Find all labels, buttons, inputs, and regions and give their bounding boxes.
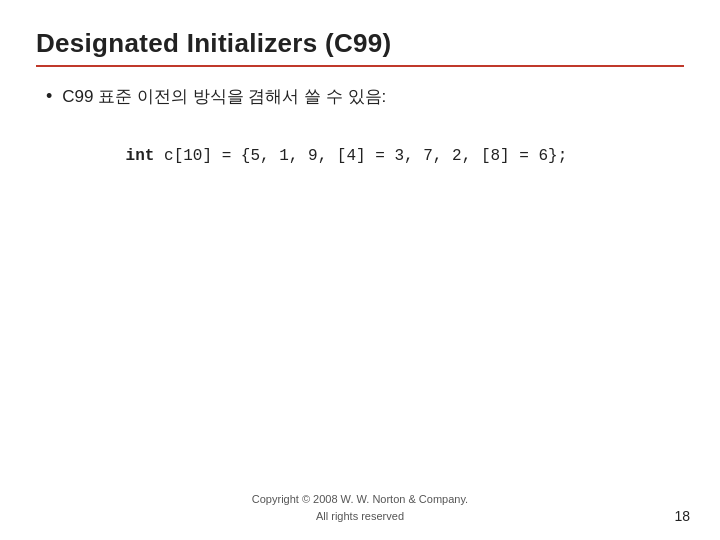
code-block: int c[10] = {5, 1, 9, [4] = 3, 7, 2, [8]… xyxy=(68,119,684,196)
footer-copyright: Copyright © 2008 W. W. Norton & Company.… xyxy=(252,491,468,524)
slide-title: Designated Initializers (C99) xyxy=(36,28,684,59)
footer: Copyright © 2008 W. W. Norton & Company.… xyxy=(0,491,720,524)
bullet-text: C99 표준 이전의 방식을 겸해서 쓸 수 있음: xyxy=(62,85,386,109)
slide-container: Designated Initializers (C99) • C99 표준 이… xyxy=(0,0,720,540)
title-section: Designated Initializers (C99) xyxy=(36,28,684,67)
bullet-dot: • xyxy=(46,86,52,107)
page-number: 18 xyxy=(674,508,690,524)
bullet-item: • C99 표준 이전의 방식을 겸해서 쓸 수 있음: xyxy=(46,85,684,109)
footer-line2: All rights reserved xyxy=(316,510,404,522)
footer-line1: Copyright © 2008 W. W. Norton & Company. xyxy=(252,493,468,505)
code-keyword: int xyxy=(126,147,155,165)
content-area: • C99 표준 이전의 방식을 겸해서 쓸 수 있음: int c[10] =… xyxy=(36,85,684,196)
code-body: c[10] = {5, 1, 9, [4] = 3, 7, 2, [8] = 6… xyxy=(154,147,567,165)
